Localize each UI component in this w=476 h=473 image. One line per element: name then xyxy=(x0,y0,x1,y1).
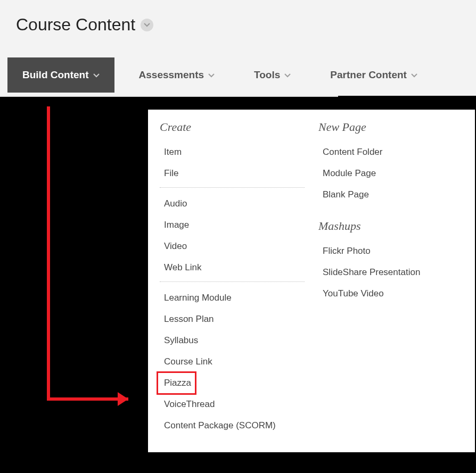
chevron-down-icon xyxy=(284,71,291,79)
menu-item-slideshare[interactable]: SlideShare Presentation xyxy=(316,262,465,283)
page-title-row: Course Content xyxy=(0,0,476,35)
menu-item-course-link[interactable]: Course Link xyxy=(158,351,307,372)
tab-label: Tools xyxy=(254,69,280,81)
menu-item-blank-page[interactable]: Blank Page xyxy=(316,184,465,205)
menu-item-item[interactable]: Item xyxy=(158,142,307,163)
annotation-arrow-icon xyxy=(43,104,155,410)
menu-separator xyxy=(160,281,305,282)
menu-item-web-link[interactable]: Web Link xyxy=(158,257,307,278)
menu-item-audio[interactable]: Audio xyxy=(158,193,307,214)
page-title: Course Content xyxy=(16,15,135,35)
menu-item-scorm[interactable]: Content Package (SCORM) xyxy=(158,415,307,436)
dropdown-left-column: Create Item File Audio Image Video Web L… xyxy=(158,120,307,436)
tab-tools[interactable]: Tools xyxy=(239,57,306,93)
tab-label: Partner Content xyxy=(330,69,407,81)
menu-separator xyxy=(160,187,305,188)
menu-item-image[interactable]: Image xyxy=(158,214,307,236)
menu-item-file[interactable]: File xyxy=(158,163,307,184)
menu-item-lesson-plan[interactable]: Lesson Plan xyxy=(158,309,307,330)
title-context-menu-button[interactable] xyxy=(141,19,153,31)
menu-item-learning-module[interactable]: Learning Module xyxy=(158,287,307,309)
menu-item-module-page[interactable]: Module Page xyxy=(316,163,465,184)
chevron-down-icon xyxy=(93,71,100,79)
tab-partner-content[interactable]: Partner Content xyxy=(315,57,432,93)
menu-item-flickr-photo[interactable]: Flickr Photo xyxy=(316,240,465,262)
dropdown-right-column: New Page Content Folder Module Page Blan… xyxy=(316,120,465,436)
chevron-down-icon xyxy=(144,23,150,27)
tab-bar: Build Content Assessments Tools Partner … xyxy=(7,57,432,93)
dropdown-heading-mashups: Mashups xyxy=(316,219,465,233)
chevron-down-icon xyxy=(411,71,417,79)
chevron-down-icon xyxy=(208,71,215,79)
menu-item-voicethread[interactable]: VoiceThread xyxy=(158,394,307,415)
menu-item-content-folder[interactable]: Content Folder xyxy=(316,142,465,163)
menu-item-piazza[interactable]: Piazza xyxy=(158,372,195,394)
tab-label: Build Content xyxy=(22,69,89,81)
tab-label: Assessments xyxy=(139,69,204,81)
build-content-dropdown: Create Item File Audio Image Video Web L… xyxy=(148,110,475,452)
tab-build-content[interactable]: Build Content xyxy=(7,57,114,93)
header-band: Course Content Build Content Assessments… xyxy=(0,0,476,96)
tabbar-underline xyxy=(0,96,338,97)
menu-item-video[interactable]: Video xyxy=(158,236,307,257)
menu-item-syllabus[interactable]: Syllabus xyxy=(158,330,307,351)
menu-item-youtube-video[interactable]: YouTube Video xyxy=(316,283,465,304)
dropdown-heading-create: Create xyxy=(158,120,307,134)
dropdown-heading-new-page: New Page xyxy=(316,120,465,134)
tab-assessments[interactable]: Assessments xyxy=(124,57,230,93)
